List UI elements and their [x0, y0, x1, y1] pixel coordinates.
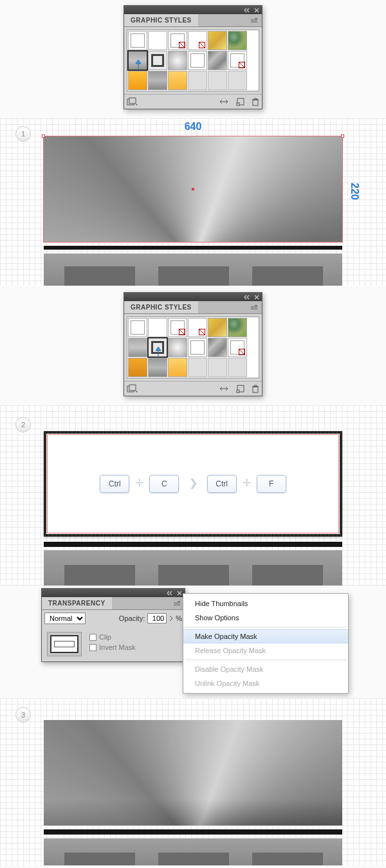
close-icon[interactable] — [177, 591, 182, 596]
style-swatch[interactable] — [148, 318, 167, 337]
style-swatch[interactable] — [168, 338, 187, 357]
style-swatch[interactable] — [168, 51, 187, 70]
panel-flyout-menu: Hide Thumbnails Show Options Make Opacit… — [183, 593, 349, 694]
style-swatch[interactable] — [228, 338, 247, 357]
chevron-right-icon: ❯ — [189, 477, 198, 489]
library-icon[interactable] — [127, 384, 138, 393]
style-swatch[interactable] — [128, 318, 147, 337]
key-ctrl: Ctrl — [207, 475, 237, 493]
plus-icon: ✛ — [243, 477, 251, 489]
step-badge: 2 — [15, 417, 31, 432]
svg-rect-4 — [253, 100, 258, 106]
panel-menu-icon[interactable] — [246, 301, 262, 313]
panel-title-bar[interactable] — [124, 293, 262, 301]
link-icon[interactable] — [218, 98, 230, 106]
panel-menu-icon[interactable] — [246, 14, 262, 26]
style-swatch[interactable] — [128, 338, 147, 357]
trash-icon[interactable] — [252, 97, 259, 106]
style-swatch-empty — [188, 71, 207, 90]
opacity-label: Opacity: — [119, 614, 145, 622]
collapse-icon[interactable] — [244, 295, 250, 300]
collapse-icon[interactable] — [244, 8, 250, 13]
panel-tab-graphic-styles[interactable]: GRAPHIC STYLES — [124, 301, 198, 313]
mask-thumbnail[interactable] — [50, 635, 78, 653]
style-swatch-grid — [127, 30, 259, 91]
style-swatch[interactable] — [168, 318, 187, 337]
percent-label: % — [176, 614, 182, 622]
close-icon[interactable] — [254, 295, 259, 300]
style-swatch[interactable] — [208, 51, 227, 70]
key-ctrl: Ctrl — [100, 475, 129, 493]
new-style-icon[interactable] — [236, 97, 245, 106]
svg-rect-3 — [237, 103, 239, 106]
invert-mask-checkbox[interactable]: Invert Mask — [89, 643, 136, 651]
key-c: C — [149, 475, 179, 493]
style-swatch[interactable] — [128, 358, 147, 377]
menu-item-make-opacity-mask[interactable]: Make Opacity Mask — [183, 629, 348, 643]
step-number: 3 — [21, 711, 25, 719]
panel-tab-transparency[interactable]: TRANSPARENCY — [42, 597, 112, 609]
svg-rect-8 — [237, 390, 239, 392]
style-swatch[interactable] — [188, 31, 207, 50]
plus-icon: ✛ — [135, 477, 143, 489]
style-swatch[interactable] — [128, 31, 147, 50]
svg-rect-9 — [253, 387, 258, 392]
graphic-styles-panel: GRAPHIC STYLES — [124, 5, 262, 109]
style-swatch[interactable] — [228, 318, 247, 337]
panel-tab-graphic-styles[interactable]: GRAPHIC STYLES — [124, 14, 198, 26]
style-swatch-empty — [208, 358, 227, 377]
close-icon[interactable] — [254, 8, 259, 13]
panel-title-bar[interactable] — [124, 6, 262, 14]
style-swatch[interactable] — [188, 338, 207, 357]
style-swatch-empty — [228, 71, 247, 90]
style-swatch[interactable] — [228, 51, 247, 70]
chalk-rectangle[interactable]: Ctrl ✛ C ❯ Ctrl ✛ F — [44, 431, 342, 537]
blend-mode-select[interactable]: Normal — [44, 613, 86, 624]
chevron-right-icon[interactable] — [169, 615, 173, 622]
new-style-icon[interactable] — [236, 384, 245, 393]
svg-rect-6 — [129, 385, 136, 391]
menu-item-unlink-opacity-mask: Unlink Opacity Mask — [183, 676, 348, 690]
style-swatch[interactable] — [208, 31, 227, 50]
clip-checkbox[interactable]: Clip — [89, 633, 136, 641]
step-badge: 3 — [15, 707, 31, 723]
keyboard-shortcut: Ctrl ✛ C ❯ Ctrl ✛ F — [100, 475, 286, 493]
library-icon[interactable] — [127, 97, 138, 106]
collapse-icon[interactable] — [167, 591, 173, 596]
style-swatch[interactable] — [228, 31, 247, 50]
step-number: 1 — [21, 130, 25, 138]
style-swatch[interactable] — [208, 338, 227, 357]
trash-icon[interactable] — [252, 384, 259, 393]
style-swatch-empty — [188, 358, 207, 377]
style-swatch[interactable] — [168, 71, 187, 90]
link-icon[interactable] — [218, 385, 230, 392]
style-swatch[interactable] — [148, 31, 167, 50]
step-number: 2 — [21, 421, 25, 429]
style-swatch[interactable] — [148, 358, 167, 377]
style-swatch[interactable] — [168, 358, 187, 377]
result-rectangle — [44, 720, 342, 826]
style-swatch[interactable] — [148, 71, 167, 90]
style-swatch[interactable] — [148, 51, 167, 70]
panel-footer — [124, 381, 262, 396]
style-swatch-empty — [228, 358, 247, 377]
height-dimension: 220 — [349, 183, 360, 200]
selected-rectangle[interactable] — [44, 136, 342, 242]
panel-title-bar[interactable] — [42, 589, 185, 597]
step-badge: 1 — [15, 126, 31, 142]
style-swatch[interactable] — [208, 318, 227, 337]
style-swatch[interactable] — [128, 71, 147, 90]
style-swatch-grid — [127, 317, 259, 378]
style-swatch[interactable] — [188, 318, 207, 337]
graphic-styles-panel: GRAPHIC STYLES — [124, 292, 262, 396]
style-swatch[interactable] — [168, 31, 187, 50]
menu-separator — [185, 627, 347, 627]
svg-rect-1 — [129, 98, 136, 104]
menu-item-show-options[interactable]: Show Options — [183, 611, 348, 625]
transparency-panel: TRANSPARENCY Normal Opacity: % Clip Inve… — [41, 588, 185, 662]
clip-label: Clip — [99, 633, 111, 641]
style-swatch[interactable] — [188, 51, 207, 70]
menu-item-hide-thumbnails[interactable]: Hide Thumbnails — [183, 596, 348, 611]
opacity-input[interactable] — [147, 613, 167, 623]
menu-separator — [185, 660, 347, 660]
